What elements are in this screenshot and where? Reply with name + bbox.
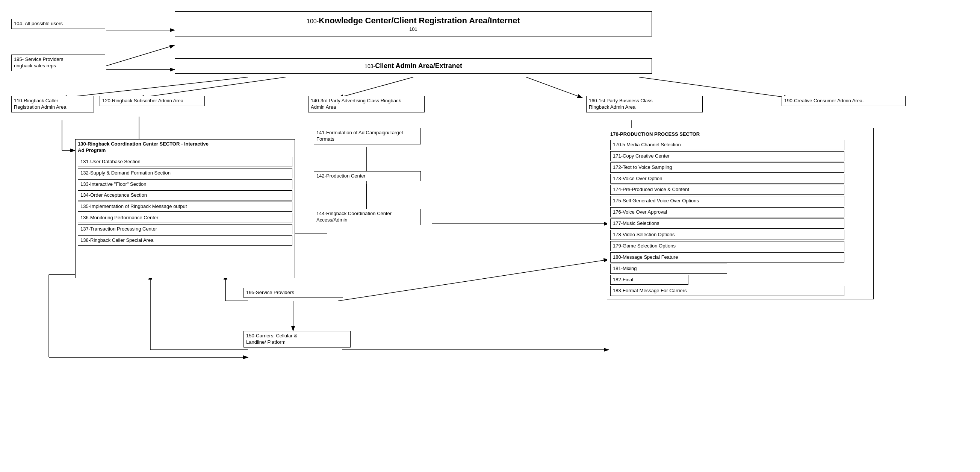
box-136-label: 136-Monitoring Performance Center [80,215,158,220]
box-178: 178-Video Selection Options [610,230,844,240]
svg-line-3 [107,45,175,66]
box-120: 120-Ringback Subscriber Admin Area [100,96,205,106]
box-182-label: 182-Final [613,277,633,282]
box-177: 177-Music Selections [610,218,844,229]
box-183-label: 183-Format Message For Carriers [613,288,687,293]
box-137-label: 137-Transaction Processing Center [80,226,157,232]
box-175-label: 175-Self Generated Voice Over Options [613,198,699,204]
box-100-label: 100-Knowledge Center/Client Registration… [307,16,520,25]
box-180: 180-Message Special Feature [610,252,844,263]
box-173-label: 173-Voice Over Option [613,175,662,181]
box-140-label: 140-3rd Party Advertising Class Ringback… [311,98,401,110]
box-144: 144-Ringback Coordination CenterAccess/A… [314,209,421,225]
box-195-mid-label: 195-Service Providers [246,290,294,295]
svg-line-6 [139,77,286,98]
box-142: 142-Production Center [314,171,421,181]
box-131: 131-User Database Section [78,157,292,167]
box-195-mid: 195-Service Providers [243,288,343,298]
box-141-label: 141-Formulation of Ad Campaign/TargetFor… [317,130,403,142]
svg-line-5 [62,77,248,98]
box-176-label: 176-Voice Over Approval [613,209,667,215]
box-174: 174-Pre-Produced Voice & Content [610,185,844,195]
box-181: 181-Mixing [610,264,727,274]
box-170-title: 170-PRODUCTION PROCESS SECTOR [610,131,870,138]
box-142-label: 142-Production Center [317,173,366,179]
box-137: 137-Transaction Processing Center [78,224,292,234]
box-132-label: 132-Supply & Demand Formation Section [80,170,170,175]
box-133: 133-Interactive "Floor" Section [78,179,292,190]
box-140: 140-3rd Party Advertising Class Ringback… [308,96,425,112]
box-110: 110-Ringback CallerRegistration Admin Ar… [11,96,94,112]
box-181-label: 181-Mixing [613,266,637,271]
box-179-label: 179-Game Selection Options [613,243,676,249]
box-170-5: 170.5 Media Channel Selection [610,140,844,150]
box-178-label: 178-Video Selection Options [613,232,675,237]
box-144-label: 144-Ringback Coordination CenterAccess/A… [317,210,391,223]
box-131-label: 131-User Database Section [80,159,140,164]
box-180-label: 180-Message Special Feature [613,254,678,260]
box-130-title: 130-Ringback Coordination Center SECTOR … [78,141,292,154]
box-103-label: 103-Client Admin Area/Extranet [364,62,462,70]
svg-line-23 [338,260,609,301]
box-141: 141-Formulation of Ad Campaign/TargetFor… [314,128,421,144]
box-171-label: 171-Copy Creative Center [613,153,670,159]
box-195-top-label: 195- Service Providersringback sales rep… [14,56,64,69]
box-101-label: 101 [409,26,417,32]
box-110-label: 110-Ringback CallerRegistration Admin Ar… [14,98,66,110]
svg-line-7 [338,77,414,98]
box-130: 130-Ringback Coordination Center SECTOR … [75,139,295,278]
box-138: 138-Ringback Caller Special Area [78,236,292,246]
box-182: 182-Final [610,275,689,285]
box-171: 171-Copy Creative Center [610,151,844,161]
box-176: 176-Voice Over Approval [610,207,844,217]
diagram: 104- All possible users 195- Service Pro… [0,0,980,472]
box-135: 135-Implementation of Ringback Message o… [78,202,292,212]
box-190: 190-Creative Consumer Admin Area- [781,96,905,106]
box-133-label: 133-Interactive "Floor" Section [80,181,146,187]
box-177-label: 177-Music Selections [613,220,659,226]
box-174-label: 174-Pre-Produced Voice & Content [613,187,689,192]
box-179: 179-Game Selection Options [610,241,844,251]
box-195-top: 195- Service Providersringback sales rep… [11,54,105,71]
svg-line-9 [639,77,789,98]
box-190-label: 190-Creative Consumer Admin Area- [784,98,864,104]
box-138-label: 138-Ringback Caller Special Area [80,237,153,243]
box-136: 136-Monitoring Performance Center [78,213,292,223]
box-172: 172-Text to Voice Sampling [610,163,844,173]
box-100: 100-Knowledge Center/Client Registration… [175,11,652,37]
box-135-label: 135-Implementation of Ringback Message o… [80,204,187,209]
box-104-label: 104- All possible users [14,21,63,26]
box-150: 150-Carriers: Cellular &Landline/ Platfo… [243,331,351,348]
box-120-label: 120-Ringback Subscriber Admin Area [102,98,183,104]
box-172-label: 172-Text to Voice Sampling [613,164,672,170]
box-183: 183-Format Message For Carriers [610,286,844,296]
box-103: 103-Client Admin Area/Extranet [175,58,652,74]
box-132: 132-Supply & Demand Formation Section [78,168,292,178]
box-150-label: 150-Carriers: Cellular &Landline/ Platfo… [246,333,297,345]
box-170-5-label: 170.5 Media Channel Selection [613,142,681,147]
box-134-label: 134-Order Acceptance Section [80,192,147,198]
box-170: 170-PRODUCTION PROCESS SECTOR 170.5 Medi… [607,128,873,299]
svg-line-8 [526,77,582,98]
box-104: 104- All possible users [11,19,105,29]
box-175: 175-Self Generated Voice Over Options [610,196,844,206]
box-160: 160-1st Party Business ClassRingback Adm… [586,96,703,112]
box-160-label: 160-1st Party Business ClassRingback Adm… [589,98,653,110]
box-173: 173-Voice Over Option [610,174,844,184]
box-134: 134-Order Acceptance Section [78,190,292,201]
